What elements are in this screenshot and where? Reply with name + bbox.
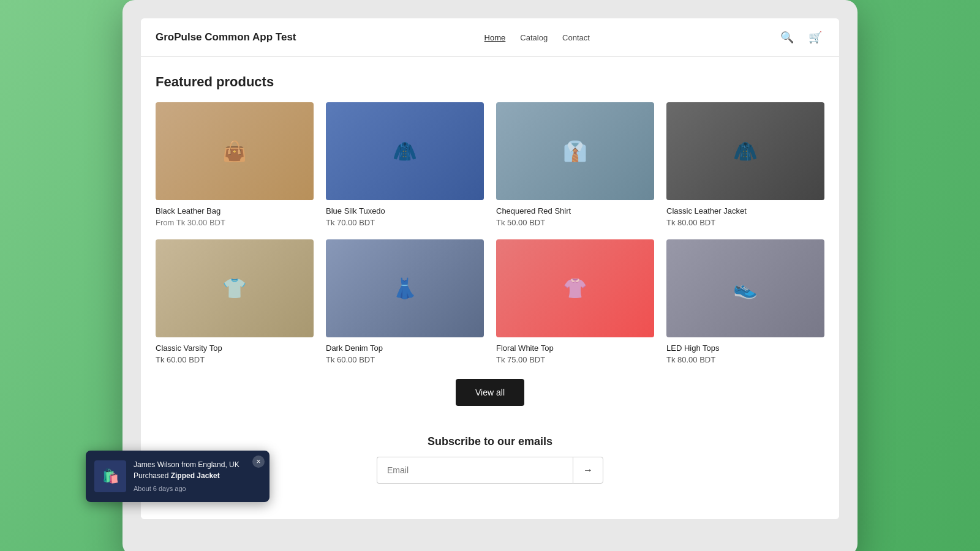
subscribe-title: Subscribe to our emails	[156, 435, 824, 448]
product-image-2: 👔	[496, 102, 654, 200]
product-card-4[interactable]: 👕 Classic Varsity Top Tk 60.00 BDT	[156, 239, 314, 364]
product-image-3: 🧥	[666, 102, 824, 200]
product-price-7: Tk 80.00 BDT	[666, 355, 824, 364]
cart-button[interactable]: 🛒	[806, 28, 824, 47]
product-icon-7: 👟	[733, 277, 758, 300]
product-name-5: Dark Denim Top	[326, 343, 484, 353]
product-price-0: From Tk 30.00 BDT	[156, 218, 314, 227]
product-name-3: Classic Leather Jacket	[666, 206, 824, 216]
search-icon: 🔍	[780, 31, 794, 43]
product-card-3[interactable]: 🧥 Classic Leather Jacket Tk 80.00 BDT	[666, 102, 824, 227]
product-icon-5: 👗	[393, 277, 417, 300]
product-icon-2: 👔	[563, 140, 587, 163]
main-content: Featured products 👜 Black Leather Bag Fr…	[141, 57, 839, 519]
search-button[interactable]: 🔍	[778, 28, 796, 47]
product-card-1[interactable]: 🧥 Blue Silk Tuxedo Tk 70.00 BDT	[326, 102, 484, 227]
nav-link-contact[interactable]: Contact	[562, 33, 590, 42]
product-icon-6: 👚	[563, 277, 587, 300]
nav-links: Home Catalog Contact	[484, 33, 590, 42]
notification-product-icon: 🛍️	[102, 468, 119, 484]
product-price-4: Tk 60.00 BDT	[156, 355, 314, 364]
product-card-0[interactable]: 👜 Black Leather Bag From Tk 30.00 BDT	[156, 102, 314, 227]
email-input[interactable]	[377, 457, 573, 484]
subscribe-submit-button[interactable]: →	[573, 457, 603, 484]
product-card-5[interactable]: 👗 Dark Denim Top Tk 60.00 BDT	[326, 239, 484, 364]
product-name-0: Black Leather Bag	[156, 206, 314, 216]
product-icon-3: 🧥	[733, 140, 758, 163]
laptop-screen: GroPulse Common App Test Home Catalog Co…	[141, 18, 839, 519]
notification-time: About 6 days ago	[134, 484, 247, 494]
product-price-6: Tk 75.00 BDT	[496, 355, 654, 364]
product-grid: 👜 Black Leather Bag From Tk 30.00 BDT 🧥 …	[156, 102, 824, 364]
product-name-1: Blue Silk Tuxedo	[326, 206, 484, 216]
cart-icon: 🛒	[809, 31, 822, 43]
notification-product: Zipped Jacket	[171, 471, 220, 480]
product-image-7: 👟	[666, 239, 824, 337]
product-image-5: 👗	[326, 239, 484, 337]
view-all-section: View all	[156, 379, 824, 406]
nav-link-catalog[interactable]: Catalog	[520, 33, 548, 42]
product-card-2[interactable]: 👔 Chequered Red Shirt Tk 50.00 BDT	[496, 102, 654, 227]
product-image-4: 👕	[156, 239, 314, 337]
product-card-7[interactable]: 👟 LED High Tops Tk 80.00 BDT	[666, 239, 824, 364]
product-price-1: Tk 70.00 BDT	[326, 218, 484, 227]
product-name-2: Chequered Red Shirt	[496, 206, 654, 216]
product-price-5: Tk 60.00 BDT	[326, 355, 484, 364]
featured-title: Featured products	[156, 74, 824, 90]
navbar: GroPulse Common App Test Home Catalog Co…	[141, 18, 839, 57]
product-image-6: 👚	[496, 239, 654, 337]
product-image-0: 👜	[156, 102, 314, 200]
product-name-7: LED High Tops	[666, 343, 824, 353]
product-name-4: Classic Varsity Top	[156, 343, 314, 353]
nav-icon-group: 🔍 🛒	[778, 28, 824, 47]
product-icon-4: 👕	[222, 277, 247, 300]
product-icon-1: 🧥	[393, 140, 417, 163]
notification-popup: × 🛍️ James Wilson from England, UK Purch…	[86, 451, 270, 503]
product-name-6: Floral White Top	[496, 343, 654, 353]
nav-link-home[interactable]: Home	[484, 33, 506, 42]
view-all-button[interactable]: View all	[456, 379, 524, 406]
product-card-6[interactable]: 👚 Floral White Top Tk 75.00 BDT	[496, 239, 654, 364]
product-icon-0: 👜	[222, 140, 247, 163]
product-image-1: 🧥	[326, 102, 484, 200]
product-price-3: Tk 80.00 BDT	[666, 218, 824, 227]
notification-message: James Wilson from England, UK Purchased …	[134, 459, 247, 481]
brand-name: GroPulse Common App Test	[156, 31, 296, 43]
notification-content: James Wilson from England, UK Purchased …	[134, 459, 247, 494]
product-price-2: Tk 50.00 BDT	[496, 218, 654, 227]
notification-close-button[interactable]: ×	[252, 455, 265, 468]
notification-thumbnail: 🛍️	[94, 460, 126, 492]
